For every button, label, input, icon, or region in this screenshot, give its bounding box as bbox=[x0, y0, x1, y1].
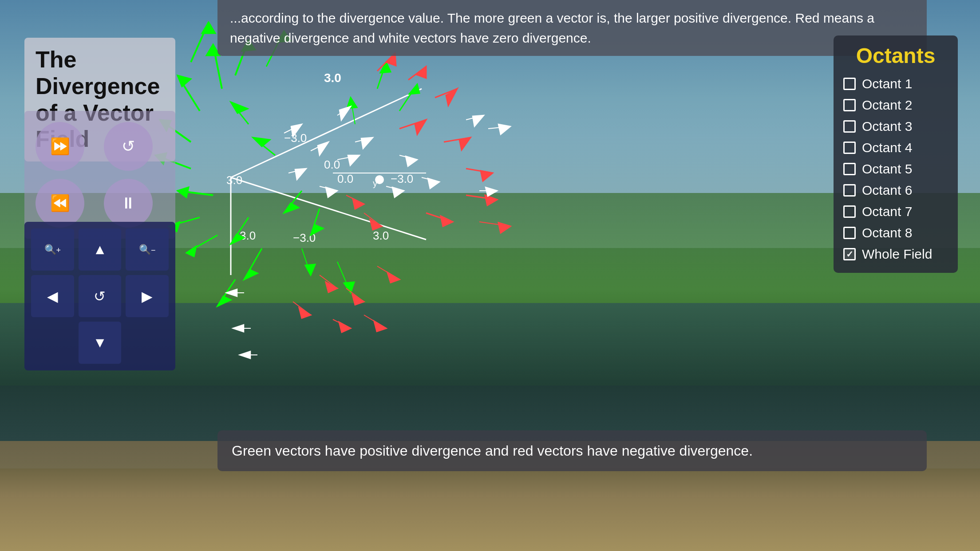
octant-3-item[interactable]: Octant 3 bbox=[843, 116, 948, 137]
octant-1-checkbox[interactable] bbox=[843, 78, 856, 90]
octant-8-checkbox[interactable] bbox=[843, 227, 856, 239]
octant-6-checkbox[interactable] bbox=[843, 184, 856, 197]
octant-5-label: Octant 5 bbox=[862, 161, 912, 177]
octant-2-checkbox[interactable] bbox=[843, 99, 856, 111]
octant-5-checkbox[interactable] bbox=[843, 163, 856, 175]
pause-button[interactable]: ⏸ bbox=[104, 179, 153, 228]
octant-8-item[interactable]: Octant 8 bbox=[843, 222, 948, 244]
info-top-text: ...according to the divergence value. Th… bbox=[230, 8, 914, 48]
pan-down-button[interactable]: ▼ bbox=[79, 322, 122, 364]
octant-8-label: Octant 8 bbox=[862, 225, 912, 240]
octant-3-checkbox[interactable] bbox=[843, 120, 856, 133]
octant-4-checkbox[interactable] bbox=[843, 142, 856, 154]
zoom-out-icon: 🔍− bbox=[139, 244, 156, 256]
whole-field-item[interactable]: Whole Field bbox=[843, 244, 948, 265]
rotate-button[interactable]: ↺ bbox=[79, 275, 122, 317]
fast-forward-button[interactable]: ⏩ bbox=[36, 122, 84, 171]
octant-6-label: Octant 6 bbox=[862, 183, 912, 198]
arrow-down-icon: ▼ bbox=[93, 335, 107, 351]
octant-1-item[interactable]: Octant 1 bbox=[843, 73, 948, 94]
rotate-icon: ↺ bbox=[94, 288, 106, 305]
playback-panel: ⏩ ↺ ⏪ ⏸ bbox=[24, 111, 175, 239]
octant-2-item[interactable]: Octant 2 bbox=[843, 94, 948, 116]
info-panel-bottom: Green vectors have positive divergence a… bbox=[217, 430, 927, 471]
info-bottom-text: Green vectors have positive divergence a… bbox=[232, 440, 913, 461]
octants-panel: Octants Octant 1 Octant 2 Octant 3 Octan… bbox=[834, 35, 958, 273]
whole-field-label: Whole Field bbox=[862, 247, 932, 262]
pan-up-button[interactable]: ▲ bbox=[79, 228, 122, 271]
whole-field-checkbox[interactable] bbox=[843, 248, 856, 260]
octant-4-label: Octant 4 bbox=[862, 140, 912, 155]
info-panel-top: ...according to the divergence value. Th… bbox=[217, 0, 927, 56]
zoom-in-button[interactable]: 🔍+ bbox=[31, 228, 74, 271]
arrow-up-icon: ▲ bbox=[93, 241, 107, 258]
octant-4-item[interactable]: Octant 4 bbox=[843, 137, 948, 158]
octant-7-item[interactable]: Octant 7 bbox=[843, 201, 948, 222]
arrow-right-icon: ▶ bbox=[142, 288, 153, 305]
arrow-left-icon: ◀ bbox=[47, 288, 58, 305]
octant-3-label: Octant 3 bbox=[862, 119, 912, 134]
octants-title: Octants bbox=[843, 43, 948, 68]
pan-left-button[interactable]: ◀ bbox=[31, 275, 74, 317]
navigation-panel: 🔍+ ▲ 🔍− ◀ ↺ ▶ ▼ bbox=[24, 222, 175, 370]
octant-7-checkbox[interactable] bbox=[843, 205, 856, 218]
octant-6-item[interactable]: Octant 6 bbox=[843, 180, 948, 201]
octant-5-item[interactable]: Octant 5 bbox=[843, 158, 948, 180]
rewind-button[interactable]: ↺ bbox=[104, 122, 153, 171]
zoom-out-button[interactable]: 🔍− bbox=[126, 228, 169, 271]
octant-2-label: Octant 2 bbox=[862, 98, 912, 113]
octant-1-label: Octant 1 bbox=[862, 76, 912, 91]
pan-right-button[interactable]: ▶ bbox=[126, 275, 169, 317]
fast-backward-button[interactable]: ⏪ bbox=[36, 179, 84, 228]
zoom-in-icon: 🔍+ bbox=[44, 244, 61, 256]
octant-7-label: Octant 7 bbox=[862, 204, 912, 219]
